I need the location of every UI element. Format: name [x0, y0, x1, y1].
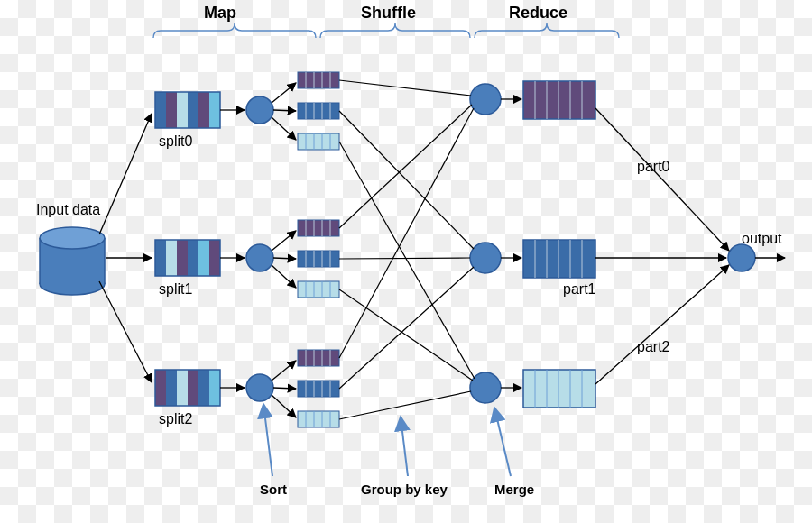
label-groupby: Group by key: [361, 482, 448, 497]
label-part2: part2: [637, 339, 669, 355]
svg-line-99: [273, 388, 296, 389]
svg-rect-46: [298, 251, 339, 267]
svg-line-118: [494, 408, 511, 476]
svg-rect-15: [188, 240, 198, 276]
arrows-reduce-parts: [501, 99, 521, 388]
svg-rect-20: [166, 370, 177, 406]
label-split0: split0: [159, 133, 192, 150]
label-sort: Sort: [260, 482, 287, 497]
svg-rect-36: [298, 133, 339, 150]
part2-block: [523, 370, 595, 408]
sorted-1-purple: [298, 220, 339, 236]
svg-line-105: [339, 258, 470, 259]
sorted-2-blue: [298, 381, 339, 397]
label-part1: part1: [563, 281, 595, 298]
svg-line-96: [273, 258, 296, 259]
sorted-0-purple: [298, 72, 339, 88]
svg-point-4: [40, 227, 105, 249]
svg-line-104: [339, 111, 474, 249]
svg-rect-51: [298, 281, 339, 298]
svg-rect-14: [177, 240, 188, 276]
output-node: [728, 244, 755, 271]
part0-block: [523, 81, 595, 119]
svg-line-106: [339, 267, 474, 389]
label-input: Input data: [36, 202, 100, 218]
svg-rect-23: [198, 370, 209, 406]
svg-line-97: [272, 265, 296, 288]
arrows-shuffle: [339, 80, 475, 419]
svg-rect-56: [298, 350, 339, 366]
svg-rect-61: [298, 381, 339, 397]
sorted-0-blue: [298, 103, 339, 119]
svg-rect-41: [298, 220, 339, 236]
sorted-2-light: [298, 411, 339, 427]
svg-rect-10: [209, 92, 220, 128]
map-node-2: [246, 374, 273, 401]
sorted-0-light: [298, 133, 339, 150]
svg-rect-5: [155, 92, 166, 128]
arrows-maps-sorted: [272, 83, 296, 417]
svg-line-103: [339, 108, 474, 358]
svg-rect-21: [177, 370, 188, 406]
label-split1: split1: [159, 281, 192, 298]
map-node-1: [246, 244, 273, 271]
split0-block: [155, 92, 220, 128]
label-output: output: [742, 231, 781, 247]
phase-braces: [153, 23, 619, 38]
svg-line-107: [339, 142, 475, 379]
svg-line-108: [339, 289, 473, 381]
input-cylinder-icon: [40, 227, 105, 295]
label-split2: split2: [159, 411, 192, 427]
svg-rect-77: [523, 240, 595, 278]
svg-line-93: [273, 110, 296, 111]
svg-rect-13: [166, 240, 177, 276]
svg-line-109: [339, 391, 471, 419]
mapreduce-diagram: [0, 0, 812, 523]
header-reduce: Reduce: [509, 4, 567, 23]
split2-block: [155, 370, 220, 406]
label-part0: part0: [637, 159, 669, 175]
svg-rect-8: [188, 92, 198, 128]
svg-line-92: [272, 83, 296, 103]
arrows-input-splits: [99, 114, 152, 382]
svg-rect-83: [523, 370, 595, 408]
svg-line-115: [595, 265, 729, 384]
svg-line-95: [272, 231, 296, 251]
svg-rect-71: [523, 81, 595, 119]
sorted-1-blue: [298, 251, 339, 267]
header-map: Map: [204, 4, 236, 23]
svg-rect-22: [188, 370, 198, 406]
svg-rect-17: [209, 240, 220, 276]
svg-rect-9: [198, 92, 209, 128]
svg-rect-31: [298, 103, 339, 119]
svg-rect-7: [177, 92, 188, 128]
svg-rect-16: [198, 240, 209, 276]
sorted-2-purple: [298, 350, 339, 366]
svg-line-102: [339, 105, 472, 228]
reduce-node-1: [470, 243, 501, 273]
reduce-node-2: [470, 372, 501, 403]
svg-line-116: [263, 404, 272, 476]
svg-rect-26: [298, 72, 339, 88]
svg-rect-66: [298, 411, 339, 427]
header-shuffle: Shuffle: [361, 4, 416, 23]
reduce-node-0: [470, 84, 501, 115]
split1-block: [155, 240, 220, 276]
svg-rect-12: [155, 240, 166, 276]
svg-line-117: [401, 417, 408, 476]
svg-line-100: [272, 395, 296, 417]
map-node-0: [246, 96, 273, 124]
svg-rect-24: [209, 370, 220, 406]
svg-rect-6: [166, 92, 177, 128]
svg-line-98: [272, 361, 296, 381]
arrows-splits-maps: [220, 110, 245, 388]
svg-line-94: [272, 117, 296, 140]
svg-line-101: [339, 80, 471, 96]
svg-rect-19: [155, 370, 166, 406]
part1-block: [523, 240, 595, 278]
sorted-1-light: [298, 281, 339, 298]
svg-line-113: [595, 108, 729, 251]
label-merge: Merge: [494, 482, 534, 497]
